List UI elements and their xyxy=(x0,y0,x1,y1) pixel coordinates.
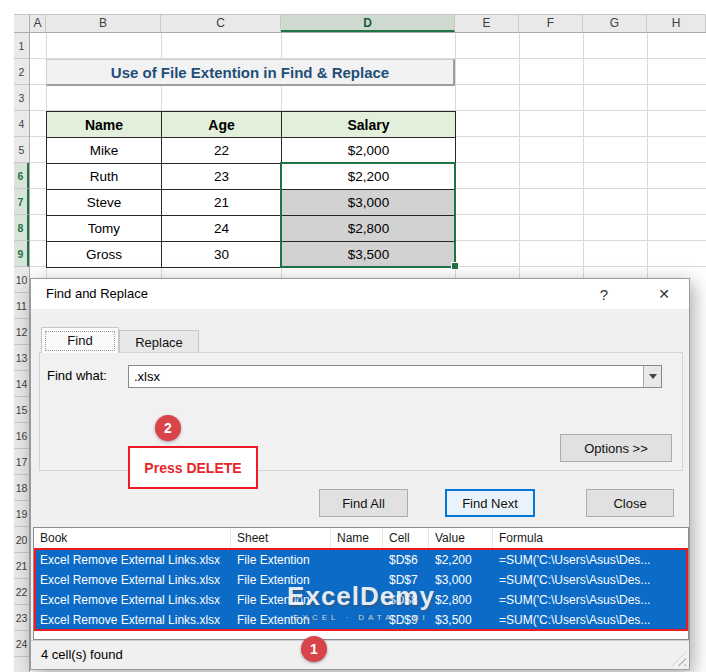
cell-B6[interactable]: Ruth xyxy=(47,164,162,190)
watermark-subtitle: EXCEL · DATA · BI xyxy=(34,613,688,622)
find-what-combobox[interactable]: .xlsx xyxy=(128,365,662,388)
worksheet-title-text: Use of File Extention in Find & Replace xyxy=(111,64,389,81)
table-header-name[interactable]: Name xyxy=(47,112,162,138)
row-header-13[interactable]: 13 xyxy=(14,345,29,371)
row-header-column: 123456789101112131415161718192021222324 xyxy=(14,33,30,672)
column-header-B[interactable]: B xyxy=(46,15,161,32)
row-header-20[interactable]: 20 xyxy=(14,527,29,553)
dialog-titlebar[interactable]: Find and Replace ? ✕ xyxy=(31,279,689,309)
row-header-12[interactable]: 12 xyxy=(14,319,29,345)
row-header-1[interactable]: 1 xyxy=(14,33,29,59)
options-button[interactable]: Options >> xyxy=(560,434,672,462)
gridline xyxy=(583,33,584,278)
cell-C7[interactable]: 21 xyxy=(162,190,282,216)
chevron-down-icon xyxy=(649,374,657,379)
cell-B5[interactable]: Mike xyxy=(47,138,162,164)
cell-C6[interactable]: 23 xyxy=(162,164,282,190)
column-header-A[interactable]: A xyxy=(30,15,46,32)
row-header-14[interactable]: 14 xyxy=(14,371,29,397)
row-header-15[interactable]: 15 xyxy=(14,397,29,423)
results-list: BookSheetNameCellValueFormula Excel Remo… xyxy=(33,527,689,640)
row-header-23[interactable]: 23 xyxy=(14,605,29,631)
press-delete-annotation: Press DELETE xyxy=(128,446,258,489)
row-header-17[interactable]: 17 xyxy=(14,449,29,475)
fill-handle[interactable] xyxy=(451,262,459,270)
cell-D5[interactable]: $2,000 xyxy=(282,138,456,164)
cell-C5[interactable]: 22 xyxy=(162,138,282,164)
row-header-11[interactable]: 11 xyxy=(14,293,29,319)
find-and-replace-dialog: Find and Replace ? ✕ Find what: .xlsx Op… xyxy=(30,278,690,670)
results-column-value[interactable]: Value xyxy=(429,528,493,549)
dropdown-button[interactable] xyxy=(643,366,661,387)
find-what-label: Find what: xyxy=(47,365,107,387)
row-header-7[interactable]: 7 xyxy=(14,189,29,215)
watermark: ExcelDemy EXCEL · DATA · BI xyxy=(34,581,688,622)
row-header-2[interactable]: 2 xyxy=(14,59,29,85)
table-header-age[interactable]: Age xyxy=(162,112,282,138)
column-header-C[interactable]: C xyxy=(161,15,281,32)
worksheet-title-cell[interactable]: Use of File Extention in Find & Replace xyxy=(46,59,455,86)
row-header-6[interactable]: 6 xyxy=(14,163,29,189)
row-header-16[interactable]: 16 xyxy=(14,423,29,449)
gridline xyxy=(647,33,648,278)
cell-C9[interactable]: 30 xyxy=(162,242,282,268)
results-column-book[interactable]: Book xyxy=(34,528,231,549)
column-header-F[interactable]: F xyxy=(519,15,583,32)
row-header-22[interactable]: 22 xyxy=(14,579,29,605)
row-header-5[interactable]: 5 xyxy=(14,137,29,163)
row-header-19[interactable]: 19 xyxy=(14,501,29,527)
tab-replace[interactable]: Replace xyxy=(119,330,199,353)
close-button[interactable]: Close xyxy=(586,489,674,517)
row-header-18[interactable]: 18 xyxy=(14,475,29,501)
column-header-G[interactable]: G xyxy=(583,15,647,32)
results-column-formula[interactable]: Formula xyxy=(493,528,688,549)
row-header-10[interactable]: 10 xyxy=(14,267,29,293)
row-header-9[interactable]: 9 xyxy=(14,241,29,267)
selection-outline xyxy=(280,162,456,268)
results-header-row: BookSheetNameCellValueFormula xyxy=(34,528,688,550)
gridline xyxy=(519,33,520,278)
column-header-D[interactable]: D xyxy=(281,15,455,32)
row-header-21[interactable]: 21 xyxy=(14,553,29,579)
row-header-3[interactable]: 3 xyxy=(14,85,29,111)
column-header-H[interactable]: H xyxy=(647,15,706,32)
dialog-title: Find and Replace xyxy=(46,279,148,309)
help-button[interactable]: ? xyxy=(585,279,623,309)
results-column-cell[interactable]: Cell xyxy=(383,528,429,549)
annotation-step-1-badge: 1 xyxy=(301,636,327,662)
cell-C8[interactable]: 24 xyxy=(162,216,282,242)
table-header-salary[interactable]: Salary xyxy=(282,112,456,138)
cell-B7[interactable]: Steve xyxy=(47,190,162,216)
annotation-step-2-badge: 2 xyxy=(155,415,181,441)
results-column-name[interactable]: Name xyxy=(331,528,383,549)
row-header-8[interactable]: 8 xyxy=(14,215,29,241)
cell-B8[interactable]: Tomy xyxy=(47,216,162,242)
find-next-button[interactable]: Find Next xyxy=(445,489,535,517)
column-header-E[interactable]: E xyxy=(455,15,519,32)
excel-window: ABCDEFGH 1234567891011121314151617181920… xyxy=(0,0,706,672)
select-all-button[interactable] xyxy=(14,14,30,33)
tab-find[interactable]: Find xyxy=(41,327,119,353)
column-header-row: ABCDEFGH xyxy=(30,14,706,33)
dialog-statusbar: 4 cell(s) found xyxy=(31,640,689,671)
row-header-24[interactable]: 24 xyxy=(14,631,29,657)
close-icon[interactable]: ✕ xyxy=(645,279,683,309)
watermark-title: ExcelDemy xyxy=(34,581,688,612)
results-column-sheet[interactable]: Sheet xyxy=(231,528,331,549)
cell-B9[interactable]: Gross xyxy=(47,242,162,268)
row-header-4[interactable]: 4 xyxy=(14,111,29,137)
status-text: 4 cell(s) found xyxy=(41,641,123,669)
find-what-value: .xlsx xyxy=(134,366,160,387)
find-all-button[interactable]: Find All xyxy=(319,489,408,517)
